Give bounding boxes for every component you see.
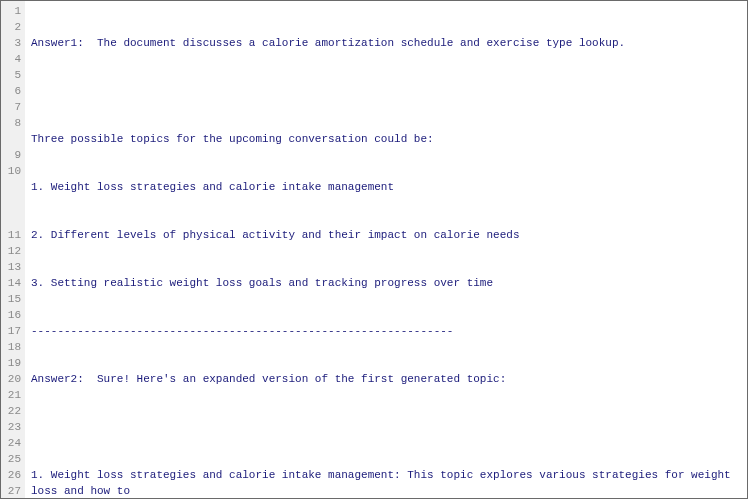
text-editor-window: 1 2 3 4 5 6 7 8 9 10 11 12 13 14 15 16 1…	[0, 0, 748, 499]
code-line[interactable]: ----------------------------------------…	[31, 323, 743, 339]
line-number: 24	[1, 435, 21, 451]
line-number: 19	[1, 355, 21, 371]
line-number: 18	[1, 339, 21, 355]
line-number: 8	[1, 115, 21, 131]
line-number: 26	[1, 467, 21, 483]
code-line[interactable]: Three possible topics for the upcoming c…	[31, 131, 743, 147]
line-number: 7	[1, 99, 21, 115]
line-number: 10	[1, 163, 21, 179]
line-number: 1	[1, 3, 21, 19]
line-number: 23	[1, 419, 21, 435]
line-number	[1, 131, 21, 147]
line-number: 3	[1, 35, 21, 51]
line-number: 16	[1, 307, 21, 323]
line-number	[1, 211, 21, 227]
line-number: 15	[1, 291, 21, 307]
code-line[interactable]: 2. Different levels of physical activity…	[31, 227, 743, 243]
line-number: 17	[1, 323, 21, 339]
code-line[interactable]: 1. Weight loss strategies and calorie in…	[31, 179, 743, 195]
line-number: 2	[1, 19, 21, 35]
line-number: 9	[1, 147, 21, 163]
code-line[interactable]: 1. Weight loss strategies and calorie in…	[31, 467, 743, 498]
code-line[interactable]: Answer1: The document discusses a calori…	[31, 35, 743, 51]
line-number	[1, 179, 21, 195]
line-number: 14	[1, 275, 21, 291]
code-line[interactable]	[31, 83, 743, 99]
line-number: 13	[1, 259, 21, 275]
line-number: 27	[1, 483, 21, 499]
code-line[interactable]	[31, 419, 743, 435]
line-number: 20	[1, 371, 21, 387]
line-number: 4	[1, 51, 21, 67]
line-number: 5	[1, 67, 21, 83]
line-number: 25	[1, 451, 21, 467]
line-number: 6	[1, 83, 21, 99]
line-number: 21	[1, 387, 21, 403]
code-line[interactable]: Answer2: Sure! Here's an expanded versio…	[31, 371, 743, 387]
line-number-gutter: 1 2 3 4 5 6 7 8 9 10 11 12 13 14 15 16 1…	[1, 1, 25, 498]
line-number	[1, 195, 21, 211]
line-number: 12	[1, 243, 21, 259]
code-line[interactable]: 3. Setting realistic weight loss goals a…	[31, 275, 743, 291]
line-number: 22	[1, 403, 21, 419]
line-number: 11	[1, 227, 21, 243]
code-area[interactable]: Answer1: The document discusses a calori…	[25, 1, 747, 498]
